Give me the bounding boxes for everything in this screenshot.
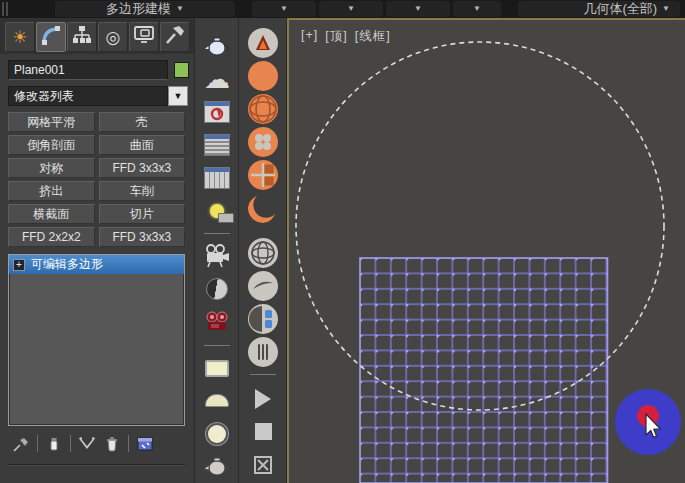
configure-modifier-sets-icon[interactable] [136,435,154,453]
object-name-row [0,54,194,80]
plane-object[interactable] [360,258,608,483]
topbar-dropdown-1[interactable]: ▼ [252,1,316,17]
command-panel: ☀ ◎ 修改器列表 [0,18,195,483]
modifier-list-row: 修改器列表 ▼ [0,80,194,106]
film-reel-icon[interactable] [248,127,278,157]
video-camera-icon[interactable] [203,306,231,339]
btn-bevel-profile[interactable]: 倒角剖面 [8,135,95,155]
modifier-shortcut-grid: 网格平滑 壳 倒角剖面 曲面 对称 FFD 3x3x3 挤出 车削 横截面 切片… [0,106,194,247]
divider [204,345,230,346]
tab-modify[interactable] [36,22,66,52]
display-monitor-icon [133,25,155,49]
btn-meshsmooth[interactable]: 网格平滑 [8,112,95,132]
polygon-modeling-label: 多边形建模 [106,0,171,18]
geometry-all-label: 几何体(全部) [583,0,657,18]
chart-circle-icon[interactable] [248,304,278,334]
remove-modifier-icon[interactable] [103,435,121,453]
btn-slice[interactable]: 切片 [99,204,186,224]
divider [37,435,38,452]
chevron-down-icon: ▼ [280,5,288,13]
dome-light-icon[interactable] [205,384,229,417]
render-setup-icon[interactable] [204,96,230,129]
sphere-light-icon[interactable] [208,417,226,450]
chevron-down-icon: ▼ [473,5,481,13]
chevron-down-icon: ▼ [174,91,183,101]
play-icon[interactable] [255,389,271,409]
schedule-icon[interactable] [204,161,230,194]
chevron-down-icon: ▼ [414,5,422,13]
chevron-down-icon: ▼ [176,5,184,13]
viewport-label: [+] [顶] [线框] [301,28,391,45]
viewport-canvas[interactable] [289,20,685,483]
camera-sphere-icon[interactable] [206,273,228,306]
tab-hierarchy[interactable] [67,22,97,52]
modifier-list-label: 修改器列表 [14,88,74,105]
make-unique-icon[interactable] [78,435,96,453]
wire-globe-icon[interactable] [248,238,278,268]
light-lister-icon[interactable] [204,129,230,162]
object-name-input[interactable] [8,60,168,80]
pin-stack-icon[interactable] [12,435,30,453]
viewport-menu-shading[interactable]: [线框] [355,28,391,45]
teapot-icon[interactable] [203,30,231,63]
modifier-stack: + 可编辑多边形 [8,254,185,426]
show-end-result-icon[interactable] [45,435,63,453]
globe-orange-icon[interactable] [248,94,278,124]
topbar-dropdown-2[interactable]: ▼ [319,1,383,17]
btn-surface[interactable]: 曲面 [99,135,186,155]
modifier-list-dropdown[interactable]: 修改器列表 [8,86,168,106]
hierarchy-tree-icon [72,25,92,49]
chevron-down-icon: ▼ [662,5,670,13]
stop-square-icon[interactable] [255,423,272,440]
light-bulb-icon[interactable] [210,194,224,227]
top-menu-bar: 多边形建模 ▼ ▼ ▼ ▼ ▼ 几何体(全部) ▼ [0,0,685,18]
cloud-icon[interactable]: ☁ [204,63,230,96]
viewport-top-wireframe[interactable]: [+] [顶] [线框] [287,18,685,483]
modifier-list-arrow-button[interactable]: ▼ [168,86,188,106]
stack-item-label: 可编辑多边形 [31,256,103,273]
motion-rings-icon: ◎ [106,29,121,46]
teapot-gray-icon[interactable] [203,450,231,483]
btn-ffd-2x2x2[interactable]: FFD 2x2x2 [8,227,95,247]
chevron-down-icon: ▼ [347,5,355,13]
create-sunburst-icon: ☀ [12,29,27,46]
divider [250,374,276,375]
object-color-swatch[interactable] [174,62,189,78]
viewport-menu-view[interactable]: [顶] [325,28,347,45]
stack-item-editable-poly[interactable]: + 可编辑多边形 [9,255,184,274]
btn-extrude[interactable]: 挤出 [8,181,95,201]
topbar-dropdown-4[interactable]: ▼ [453,1,501,17]
tab-create[interactable]: ☀ [5,22,35,52]
btn-shell[interactable]: 壳 [99,112,186,132]
btn-cross-section[interactable]: 横截面 [8,204,95,224]
modify-arc-icon [40,24,62,50]
bars-circle-icon[interactable] [248,337,278,367]
tab-motion[interactable]: ◎ [98,22,128,52]
divider [70,435,71,452]
btn-lathe[interactable]: 车削 [99,181,186,201]
crescent-icon[interactable] [248,193,278,223]
hammer-icon [164,24,186,50]
grid-squares-circle-icon[interactable] [248,160,278,190]
orange-circle-icon[interactable] [248,61,278,91]
viewport-menu-general[interactable]: [+] [301,28,318,45]
swoosh-circle-icon[interactable] [248,271,278,301]
rollout-divider [8,464,185,466]
film-camera-icon[interactable] [203,240,231,273]
geometry-all-dropdown[interactable]: 几何体(全部) ▼ [518,1,680,17]
close-box-icon[interactable] [254,456,272,474]
toolbar-grip[interactable] [2,2,8,16]
tab-utilities[interactable] [160,22,190,52]
side-toolbar-right [240,18,287,483]
btn-symmetry[interactable]: 对称 [8,158,95,178]
btn-ffd-3x3x3[interactable]: FFD 3x3x3 [99,158,186,178]
topbar-dropdown-3[interactable]: ▼ [386,1,450,17]
expand-plus-icon[interactable]: + [13,259,25,271]
divider [128,435,129,452]
flame-circle-icon[interactable] [248,28,278,58]
polygon-modeling-dropdown[interactable]: 多边形建模 ▼ [55,1,235,17]
side-toolbar-left: ☁ [196,18,239,483]
plane-light-icon[interactable] [205,352,229,385]
tab-display[interactable] [129,22,159,52]
btn-ffd-3x3x3-2[interactable]: FFD 3x3x3 [99,227,186,247]
